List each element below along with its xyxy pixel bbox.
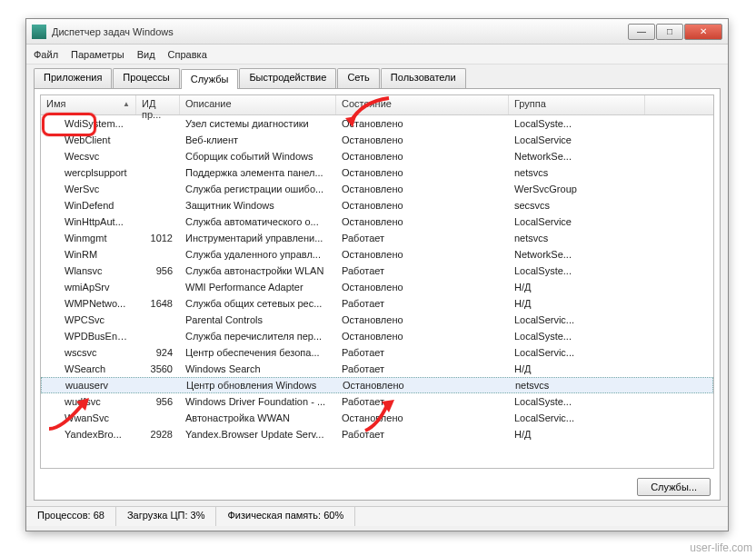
tab-быстродействие[interactable]: Быстродействие: [239, 68, 336, 88]
menu-file[interactable]: Файл: [34, 49, 58, 60]
maximize-button[interactable]: □: [656, 24, 683, 40]
status-processes: Процессов: 68: [26, 507, 116, 526]
list-body[interactable]: WdiSystem...Узел системы диагностикиОста…: [41, 115, 713, 468]
table-row[interactable]: WinRMСлужба удаленного управл...Остановл…: [41, 246, 713, 263]
titlebar[interactable]: Диспетчер задач Windows — □ ✕: [26, 19, 728, 45]
status-bar: Процессов: 68 Загрузка ЦП: 3% Физическая…: [26, 506, 728, 526]
tab-службы[interactable]: Службы: [181, 69, 239, 89]
table-row[interactable]: wercplsupportПоддержка элемента панел...…: [41, 164, 713, 181]
close-button[interactable]: ✕: [684, 24, 722, 40]
menu-help[interactable]: Справка: [168, 49, 207, 60]
table-row[interactable]: YandexBro...2928Yandex.Browser Update Se…: [41, 426, 713, 442]
tab-приложения[interactable]: Приложения: [34, 68, 112, 88]
status-cpu: Загрузка ЦП: 3%: [116, 507, 217, 526]
task-manager-window: Диспетчер задач Windows — □ ✕ Файл Парам…: [25, 18, 729, 531]
col-group[interactable]: Группа: [509, 95, 645, 114]
tab-пользователи[interactable]: Пользователи: [381, 68, 466, 88]
table-row[interactable]: WebClientВеб-клиентОстановленоLocalServi…: [41, 132, 713, 148]
table-row[interactable]: WMPNetwo...1648Служба общих сетевых рес.…: [41, 295, 713, 312]
col-name[interactable]: Имя▲: [41, 95, 136, 114]
minimize-button[interactable]: —: [628, 24, 655, 40]
menu-options[interactable]: Параметры: [71, 49, 124, 60]
status-mem: Физическая память: 60%: [216, 507, 355, 526]
watermark: user-life.com: [690, 541, 752, 554]
table-row[interactable]: WSearch3560Windows SearchРаботаетН/Д: [41, 361, 713, 377]
table-row[interactable]: WerSvcСлужба регистрации ошибо...Останов…: [41, 181, 713, 197]
table-row[interactable]: wscsvc924Центр обеспечения безопа...Рабо…: [41, 344, 713, 361]
app-icon: [32, 25, 46, 39]
menu-view[interactable]: Вид: [137, 49, 155, 60]
table-row[interactable]: Winmgmt1012Инструментарий управлени...Ра…: [41, 230, 713, 246]
table-row[interactable]: wudfsvc956Windows Driver Foundation - ..…: [41, 393, 713, 410]
menubar: Файл Параметры Вид Справка: [26, 45, 728, 65]
column-headers: Имя▲ ИД пр... Описание Состояние Группа: [41, 95, 713, 115]
table-row[interactable]: Wlansvc956Служба автонастройки WLANРабот…: [41, 263, 713, 279]
table-row[interactable]: WPCSvcParental ControlsОстановленоLocalS…: [41, 312, 713, 328]
table-row[interactable]: wuauservЦентр обновления WindowsОстановл…: [41, 377, 713, 393]
services-list: Имя▲ ИД пр... Описание Состояние Группа …: [40, 94, 714, 469]
services-panel: Имя▲ ИД пр... Описание Состояние Группа …: [34, 88, 721, 501]
table-row[interactable]: WinHttpAut...Служба автоматического о...…: [41, 213, 713, 230]
services-button[interactable]: Службы...: [637, 478, 711, 496]
table-row[interactable]: WecsvcСборщик событий WindowsОстановлено…: [41, 148, 713, 164]
tab-процессы[interactable]: Процессы: [113, 68, 179, 88]
col-pid[interactable]: ИД пр...: [136, 95, 180, 114]
table-row[interactable]: WinDefendЗащитник WindowsОстановленоsecs…: [41, 197, 713, 213]
window-title: Диспетчер задач Windows: [52, 26, 628, 37]
tab-row: ПриложенияПроцессыСлужбыБыстродействиеСе…: [26, 65, 728, 88]
table-row[interactable]: wmiApSrvWMI Performance AdapterОстановле…: [41, 279, 713, 295]
col-desc[interactable]: Описание: [180, 95, 336, 114]
tab-сеть[interactable]: Сеть: [337, 68, 379, 88]
table-row[interactable]: WPDBusEnumСлужба перечислителя пер...Ост…: [41, 328, 713, 344]
table-row[interactable]: WwanSvcАвтонастройка WWANОстановленоLoca…: [41, 410, 713, 426]
col-state[interactable]: Состояние: [336, 95, 509, 114]
